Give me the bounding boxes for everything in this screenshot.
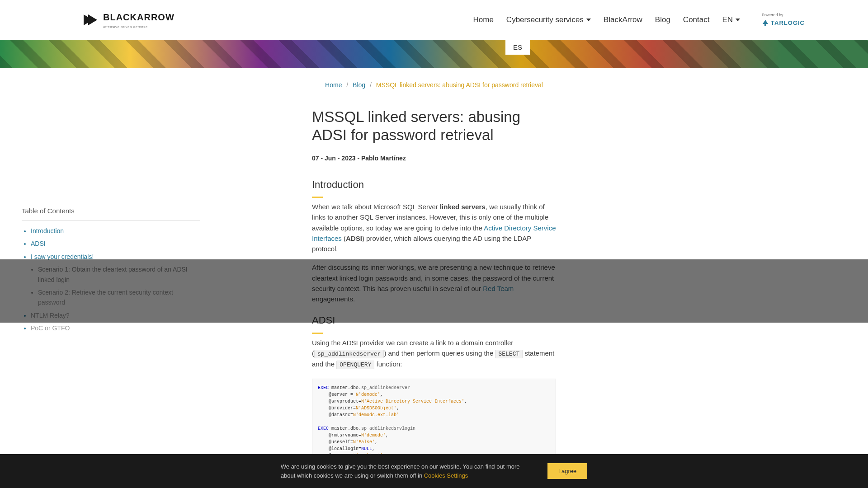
toc-link-ntlm[interactable]: NTLM Relay? xyxy=(31,312,70,319)
lang-switch-es[interactable]: ES xyxy=(505,40,530,55)
tarlogic-brand: TARLOGIC xyxy=(762,19,805,28)
nav-blackarrow[interactable]: BlackArrow xyxy=(604,14,642,26)
toc-title: Table of Contents xyxy=(22,206,200,221)
toc-link-scenario-2[interactable]: Scenario 2: Retrieve the current securit… xyxy=(38,289,173,306)
code-select: SELECT xyxy=(495,350,523,358)
code-openquery: OPENQUERY xyxy=(336,361,374,369)
toc-link-adsi[interactable]: ADSI xyxy=(31,240,46,247)
code-block: EXEC EXEC master.dbo.sp_addlinkedserverm… xyxy=(312,379,556,465)
page-title: MSSQL linked servers: abusing ADSI for p… xyxy=(312,108,556,144)
link-red-team[interactable]: Red Team xyxy=(483,285,514,292)
nav-services[interactable]: Cybersecurity services xyxy=(506,14,591,26)
code-sp-addlinkedserver: sp_addlinkedserver xyxy=(314,350,384,358)
adsi-paragraph-1: Using the ADSI provider we can create a … xyxy=(312,338,556,370)
logo-tagline: offensive driven defense xyxy=(103,24,175,30)
nav-language[interactable]: EN xyxy=(722,14,740,26)
breadcrumb-current: MSSQL linked servers: abusing ADSI for p… xyxy=(376,81,543,89)
logo-text: BLACKARROW offensive driven defense xyxy=(103,10,175,30)
cookie-banner: We are using cookies to give you the bes… xyxy=(0,454,868,465)
heading-introduction: Introduction xyxy=(312,177,556,198)
site-header: BLACKARROW offensive driven defense Home… xyxy=(0,0,868,40)
hero-banner xyxy=(0,40,868,68)
blackarrow-logo-icon xyxy=(81,11,99,29)
nav-contact[interactable]: Contact xyxy=(683,14,710,26)
nav-home[interactable]: Home xyxy=(473,14,494,26)
breadcrumb-sep: / xyxy=(370,81,372,89)
tarlogic-icon xyxy=(762,19,769,27)
breadcrumb-home[interactable]: Home xyxy=(325,81,342,89)
intro-paragraph-2: After discussing its inner workings, we … xyxy=(312,262,556,304)
chevron-down-icon xyxy=(736,19,740,21)
breadcrumb-sep: / xyxy=(346,81,348,89)
logo[interactable]: BLACKARROW offensive driven defense xyxy=(81,10,175,30)
breadcrumb: Home / Blog / MSSQL linked servers: abus… xyxy=(0,68,868,94)
toc-link-intro[interactable]: Introduction xyxy=(31,227,64,235)
toc-link-creds[interactable]: I saw your credentials! xyxy=(31,253,94,260)
powered-label: Powered by xyxy=(762,12,783,18)
toc-link-scenario-1[interactable]: Scenario 1: Obtain the cleartext passwor… xyxy=(38,266,188,283)
tarlogic-text: TARLOGIC xyxy=(771,19,805,28)
toc-link-poc[interactable]: PoC or GTFO xyxy=(31,324,70,332)
chevron-down-icon xyxy=(586,19,591,21)
nav-services-label: Cybersecurity services xyxy=(506,14,584,26)
heading-adsi: ADSI xyxy=(312,312,556,333)
powered-by[interactable]: Powered by TARLOGIC xyxy=(762,12,805,28)
breadcrumb-blog[interactable]: Blog xyxy=(353,81,365,89)
cookie-text: We are using cookies to give you the bes… xyxy=(281,462,534,465)
cookie-agree-button[interactable]: I agree xyxy=(547,463,587,465)
nav-lang-label: EN xyxy=(722,14,733,26)
table-of-contents: Table of Contents Introduction ADSI I sa… xyxy=(22,206,200,336)
nav-blog[interactable]: Blog xyxy=(655,14,670,26)
main-nav: Home Cybersecurity services BlackArrow B… xyxy=(473,12,850,28)
article-meta: 07 - Jun - 2023 - Pablo Martínez xyxy=(312,153,556,163)
intro-paragraph-1: When we talk about Microsoft SQL Server … xyxy=(312,202,556,254)
article-main: MSSQL linked servers: abusing ADSI for p… xyxy=(312,94,556,465)
logo-main: BLACKARROW xyxy=(103,10,175,24)
